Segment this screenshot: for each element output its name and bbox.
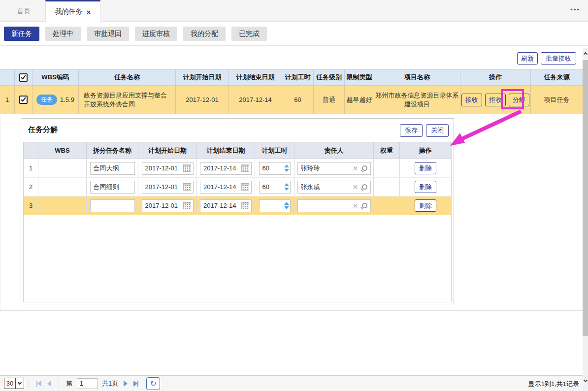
owner-value: 张永威: [301, 183, 349, 192]
next-page-button[interactable]: [124, 381, 128, 387]
pagination-bar: 30 第 共1页 ↻ 显示1到1,共1记录: [0, 375, 588, 391]
wbs-code: 1.5.9: [60, 96, 74, 103]
tab-my-tasks-label: 我的任务: [55, 7, 83, 16]
clear-icon[interactable]: ✕: [353, 183, 359, 191]
reload-icon[interactable]: ↻: [146, 377, 160, 390]
refresh-button[interactable]: 刷新: [517, 52, 538, 65]
hours-value: 60: [260, 164, 283, 172]
header-task-name: 任务名称: [79, 69, 176, 85]
filter-completed[interactable]: 已完成: [231, 27, 267, 41]
spin-up-icon[interactable]: [284, 183, 289, 186]
detail-row-bottom-border: [0, 310, 583, 311]
decompose-row: 1 2017-12-01 2017-12-14 60: [24, 159, 451, 178]
sub-header-split-name: 拆分任务名称: [87, 142, 138, 159]
calendar-icon[interactable]: [241, 164, 249, 172]
split-name-input[interactable]: [90, 199, 135, 212]
end-date-input[interactable]: 2017-12-14: [200, 162, 252, 175]
page-number-input[interactable]: [77, 378, 98, 389]
start-date-value: 2017-12-01: [145, 202, 178, 209]
task-decompose-panel: 任务分解 保存 关闭 WBS 拆分任务名称 计划开始日期 计划结束日期 计划工时…: [21, 118, 454, 304]
filter-my-assignment[interactable]: 我的分配: [183, 27, 226, 41]
check-icon: [21, 74, 26, 79]
clear-icon[interactable]: ✕: [353, 164, 359, 172]
spin-down-icon[interactable]: [284, 206, 289, 209]
spin-up-icon[interactable]: [284, 202, 289, 205]
calendar-icon[interactable]: [183, 183, 191, 191]
header-plan-hours: 计划工时: [282, 69, 314, 85]
scroll-up-icon[interactable]: [583, 51, 588, 57]
split-name-input[interactable]: [90, 162, 135, 175]
select-all-checkbox[interactable]: [19, 73, 28, 82]
constraint-type-cell: 越早越好: [345, 86, 374, 114]
search-icon[interactable]: [362, 184, 367, 190]
search-icon[interactable]: [362, 203, 367, 208]
owner-input[interactable]: 张玲玲 ✕: [297, 162, 371, 175]
previous-page-button[interactable]: [47, 381, 51, 387]
decompose-button[interactable]: 分解: [509, 94, 529, 106]
filter-approval-returned[interactable]: 审批退回: [87, 27, 129, 41]
end-date-input[interactable]: 2017-12-14: [200, 181, 252, 194]
owner-input[interactable]: ✕: [297, 199, 371, 212]
total-pages-label: 共1页: [102, 379, 118, 388]
start-date-input[interactable]: 2017-12-01: [142, 199, 194, 212]
spin-down-icon[interactable]: [284, 169, 289, 172]
close-icon[interactable]: ×: [87, 8, 91, 16]
tab-bar: 首页 我的任务 × •••: [0, 0, 588, 22]
table-row: 1 任务 1.5.9 政务资源目录应用支撑与整合开放系统外协合同 2017-12…: [0, 86, 583, 114]
hours-stepper[interactable]: 60: [259, 162, 291, 175]
weight-cell: [374, 196, 400, 215]
page-size-value: 30: [4, 380, 15, 387]
scrollbar-thumb[interactable]: [583, 60, 588, 336]
clear-icon[interactable]: ✕: [353, 202, 359, 210]
owner-input[interactable]: 张永威 ✕: [297, 181, 371, 194]
plan-end-cell: 2017-12-14: [229, 86, 282, 114]
batch-receive-button[interactable]: 批量接收: [541, 52, 576, 65]
sub-header-plan-hours: 计划工时: [255, 142, 294, 159]
search-icon[interactable]: [362, 165, 367, 171]
hours-stepper[interactable]: [259, 199, 291, 212]
spin-down-icon[interactable]: [284, 188, 289, 191]
row-checkbox-cell: [15, 86, 33, 114]
sub-header-operations: 操作: [400, 142, 451, 159]
scroll-down-icon[interactable]: [583, 378, 588, 384]
page-size-select[interactable]: 30: [4, 378, 24, 389]
filter-processing[interactable]: 处理中: [45, 27, 81, 41]
sub-row-number: 2: [24, 178, 38, 196]
calendar-icon[interactable]: [183, 164, 191, 172]
filter-new-task[interactable]: 新任务: [4, 27, 39, 41]
split-name-input[interactable]: [90, 181, 135, 194]
start-date-input[interactable]: 2017-12-01: [142, 181, 194, 194]
calendar-icon[interactable]: [183, 202, 191, 209]
filter-progress-review[interactable]: 进度审核: [135, 27, 177, 41]
divider: [59, 379, 59, 389]
more-menu-icon[interactable]: •••: [570, 6, 580, 13]
tab-home[interactable]: 首页: [11, 0, 36, 22]
close-button[interactable]: 关闭: [426, 124, 449, 137]
header-row-number: [0, 69, 15, 85]
last-page-button[interactable]: [133, 381, 138, 387]
first-page-button[interactable]: [36, 381, 41, 387]
save-button[interactable]: 保存: [400, 124, 423, 137]
delete-button[interactable]: 删除: [415, 162, 436, 174]
task-level-cell: 普通: [314, 86, 345, 114]
plan-hours-cell: 60: [282, 86, 314, 114]
delete-button[interactable]: 删除: [415, 199, 436, 212]
check-icon: [21, 97, 26, 102]
row-number: 1: [0, 86, 15, 114]
start-date-input[interactable]: 2017-12-01: [142, 162, 194, 175]
calendar-icon[interactable]: [241, 202, 249, 209]
calendar-icon[interactable]: [241, 183, 249, 191]
row-checkbox[interactable]: [19, 96, 28, 104]
decompose-table: WBS 拆分任务名称 计划开始日期 计划结束日期 计划工时 责任人 权重 操作 …: [23, 142, 452, 302]
tab-my-tasks[interactable]: 我的任务 ×: [45, 0, 100, 22]
end-date-input[interactable]: 2017-12-14: [200, 199, 252, 212]
delete-button[interactable]: 删除: [415, 181, 436, 193]
divider: [29, 379, 29, 389]
receive-button[interactable]: 接收: [461, 94, 482, 106]
filter-bar: 新任务 处理中 审批退回 进度审核 我的分配 已完成: [0, 22, 588, 46]
reject-button[interactable]: 拒收: [485, 94, 506, 106]
weight-cell: [374, 178, 400, 196]
spin-up-icon[interactable]: [284, 164, 289, 167]
hours-stepper[interactable]: 60: [259, 181, 291, 194]
end-date-value: 2017-12-14: [203, 183, 236, 191]
